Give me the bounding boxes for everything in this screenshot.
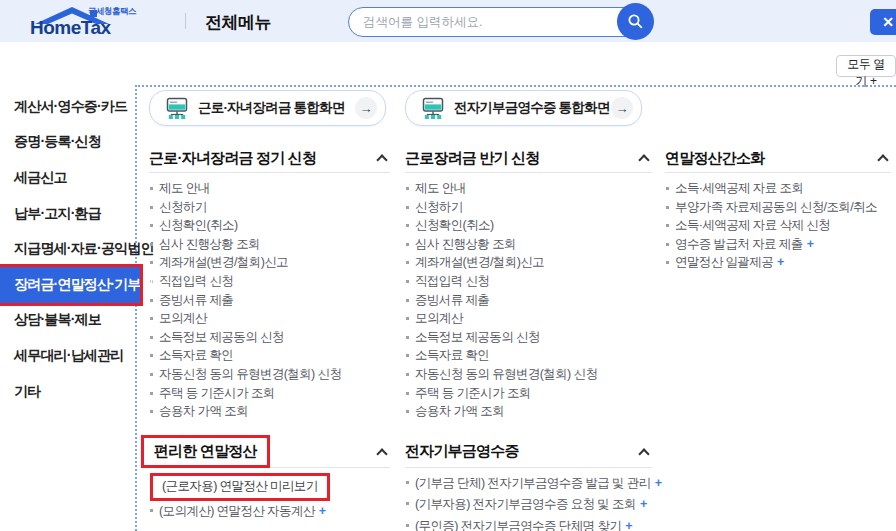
menu-item[interactable]: 신청확인(취소)+ (149, 216, 390, 235)
sidebar-item-label: 세무대리·납세관리 (14, 347, 123, 365)
header-divider (185, 13, 186, 29)
menu-item-label: 승용차 가액 조회 (415, 404, 504, 418)
menu-item[interactable]: 제도 안내+ (405, 179, 652, 198)
quick-link-donation-screen[interactable]: 전자기부금영수증 통합화면 → (405, 90, 642, 126)
menu-section: 전자기부금영수증 (기부금 단체) 전자기부금영수증 발급 및 관리+ (기부자… (405, 437, 652, 531)
menu-item-label: 승용차 가액 조회 (159, 404, 248, 418)
menu-item[interactable]: 소득자료 확인+ (405, 346, 652, 365)
menu-item[interactable]: 제도 안내+ (149, 179, 390, 198)
menu-item[interactable]: 영수증 발급처 자료 제출+ (665, 235, 891, 254)
menu-item[interactable]: 승용차 가액 조회+ (405, 402, 652, 421)
menu-item-label: 제도 안내 (159, 181, 209, 195)
menu-list: 소득·세액공제 자료 조회+ 부양가족 자료제공동의 신청/조회/취소+ 소득·… (665, 179, 891, 272)
search-input[interactable] (363, 9, 603, 34)
menu-item-label: 소득정보 제공동의 신청 (415, 330, 540, 344)
menu-item-label: 신청하기 (415, 200, 463, 214)
sidebar-item[interactable]: 증명·등록·신청 (0, 125, 135, 161)
header-bar: 국세청홈택스 HomeTax 전체메뉴 ✕ (0, 0, 896, 42)
arrow-right-icon: → (611, 97, 633, 119)
menu-item-label: 자동신청 동의 유형변경(철회) 신청 (159, 367, 341, 381)
expand-plus-icon: + (319, 504, 326, 518)
section-title: 연말정산간소화 (665, 149, 764, 168)
menu-item-label: 증빙서류 제출 (159, 293, 233, 307)
section-header[interactable]: 근로·자녀장려금 정기 신청 (149, 148, 390, 168)
sidebar-item[interactable]: 계산서·영수증·카드 (0, 89, 135, 125)
menu-section: 근로·자녀장려금 정기 신청 제도 안내+ 신청하기+ (149, 148, 390, 421)
logo-main-text: HomeTax (30, 17, 111, 39)
sidebar-item[interactable]: 납부·고지·환급 (0, 196, 135, 232)
section-header[interactable]: 편리한 연말정산 (149, 437, 390, 467)
quick-link-incentive-screen[interactable]: 근로·자녀장려금 통합화면 → (149, 90, 386, 126)
menu-item-label: 부양가족 자료제공동의 신청/조회/취소 (675, 200, 877, 214)
section-divider (405, 172, 652, 173)
menu-item[interactable]: 신청하기+ (149, 198, 390, 217)
menu-item[interactable]: (모의계산) 연말정산 자동계산+ (149, 501, 390, 523)
menu-item[interactable]: 심사 진행상황 조회+ (149, 235, 390, 254)
quick-link-label: 근로·자녀장려금 통합화면 (198, 99, 344, 117)
collapse-chevron-icon (376, 448, 387, 459)
sidebar-item[interactable]: 세무대리·납세관리 (0, 338, 135, 374)
sidebar-item[interactable]: 장려금·연말정산·기부금 (0, 267, 140, 303)
menu-item[interactable]: 모의계산+ (149, 309, 390, 328)
menu-item-label: (근로자용) 연말정산 미리보기 (150, 473, 330, 501)
menu-item[interactable]: 심사 진행상황 조회+ (405, 235, 652, 254)
search-icon (627, 13, 644, 30)
menu-item[interactable]: 계좌개설(변경/철회)신고+ (405, 253, 652, 272)
close-button[interactable]: ✕ (870, 9, 896, 35)
menu-item[interactable]: 소득정보 제공동의 신청+ (405, 328, 652, 347)
sidebar-item[interactable]: 기타 (0, 374, 135, 410)
expand-all-button[interactable]: 모두 열기 + (836, 55, 896, 77)
section-header[interactable]: 근로장려금 반기 신청 (405, 148, 652, 168)
menu-section: 근로장려금 반기 신청 제도 안내+ 신청하기+ (405, 148, 652, 421)
menu-item-label: 계좌개설(변경/철회)신고 (159, 255, 288, 269)
menu-item-label: 심사 진행상황 조회 (159, 237, 260, 251)
menu-item-label: 심사 진행상황 조회 (415, 237, 516, 251)
menu-item-label: 증빙서류 제출 (415, 293, 489, 307)
hometax-logo[interactable]: 국세청홈택스 HomeTax (30, 4, 160, 40)
menu-item[interactable]: (기부금 단체) 전자기부금영수증 발급 및 관리+ (405, 473, 652, 495)
menu-item[interactable]: 자동신청 동의 유형변경(철회) 신청+ (149, 365, 390, 384)
menu-item[interactable]: 주택 등 기준시가 조회+ (149, 384, 390, 403)
expand-plus-icon: + (807, 237, 814, 251)
menu-item-label: 자동신청 동의 유형변경(철회) 신청 (415, 367, 597, 381)
arrow-right-icon: → (355, 97, 377, 119)
menu-item[interactable]: 소득·세액공제 자료 삭제 신청+ (665, 216, 891, 235)
menu-item[interactable]: 소득정보 제공동의 신청+ (149, 328, 390, 347)
section-header[interactable]: 전자기부금영수증 (405, 437, 652, 467)
menu-item[interactable]: 부양가족 자료제공동의 신청/조회/취소+ (665, 198, 891, 217)
section-title: 편리한 연말정산 (141, 435, 270, 468)
menu-item[interactable]: 소득자료 확인+ (149, 346, 390, 365)
menu-item-label: 직접입력 신청 (415, 274, 489, 288)
menu-item[interactable]: (무인증) 전자기부금영수증 단체명 찾기+ (405, 516, 652, 531)
quick-link-label: 전자기부금영수증 통합화면 (454, 99, 609, 117)
menu-item[interactable]: 신청하기+ (405, 198, 652, 217)
sidebar-item[interactable]: 상담·불복·제보 (0, 303, 135, 339)
menu-item[interactable]: 소득·세액공제 자료 조회+ (665, 179, 891, 198)
menu-item[interactable]: 직접입력 신청+ (149, 272, 390, 291)
menu-item[interactable]: 신청확인(취소)+ (405, 216, 652, 235)
menu-item[interactable]: 자동신청 동의 유형변경(철회) 신청+ (405, 365, 652, 384)
sidebar-item-label: 납부·고지·환급 (14, 205, 101, 223)
menu-item-label: 소득정보 제공동의 신청 (159, 330, 284, 344)
menu-item[interactable]: (근로자용) 연말정산 미리보기+ (149, 473, 390, 501)
sidebar-item-label: 장려금·연말정산·기부금 (14, 276, 154, 294)
category-sidebar: 계산서·영수증·카드 증명·등록·신청 세금신고 납부·고지·환급 지급명세·자… (0, 89, 135, 409)
menu-item[interactable]: 증빙서류 제출+ (405, 291, 652, 310)
sidebar-item[interactable]: 세금신고 (0, 160, 135, 196)
menu-item[interactable]: 승용차 가액 조회+ (149, 402, 390, 421)
menu-item[interactable]: 모의계산+ (405, 309, 652, 328)
menu-item-label: 소득자료 확인 (159, 348, 233, 362)
menu-section: 연말정산간소화 소득·세액공제 자료 조회+ 부양가족 자료제공동의 신청/조회… (665, 148, 891, 272)
sidebar-item[interactable]: 지급명세·자료·공익법인 (0, 231, 135, 267)
section-divider (405, 467, 652, 468)
menu-item[interactable]: 주택 등 기준시가 조회+ (405, 384, 652, 403)
menu-item[interactable]: (기부자용) 전자기부금영수증 요청 및 조회+ (405, 494, 652, 516)
collapse-chevron-icon (376, 154, 387, 165)
menu-item[interactable]: 계좌개설(변경/철회)신고+ (149, 253, 390, 272)
menu-item[interactable]: 증빙서류 제출+ (149, 291, 390, 310)
sidebar-item-label: 증명·등록·신청 (14, 133, 101, 151)
search-button[interactable] (617, 3, 654, 40)
menu-item[interactable]: 직접입력 신청+ (405, 272, 652, 291)
section-header[interactable]: 연말정산간소화 (665, 148, 891, 168)
menu-item[interactable]: 연말정산 일괄제공+ (665, 253, 891, 272)
